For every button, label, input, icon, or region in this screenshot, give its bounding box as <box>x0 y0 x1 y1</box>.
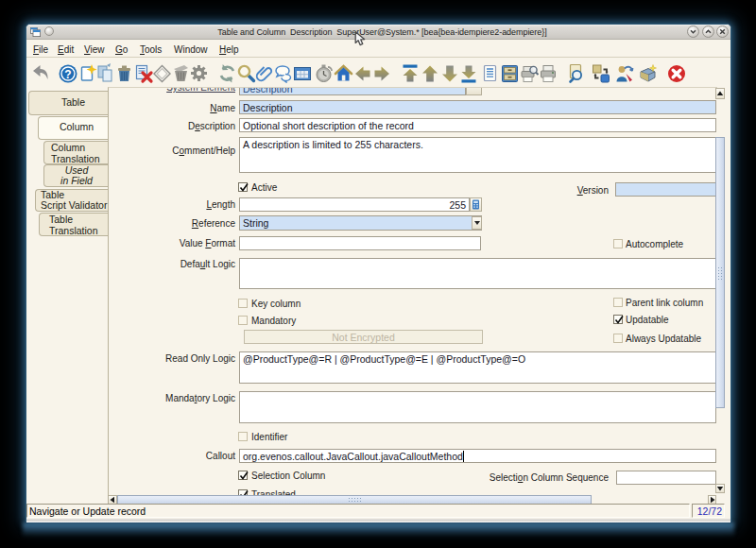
svg-text:?: ? <box>64 68 71 81</box>
